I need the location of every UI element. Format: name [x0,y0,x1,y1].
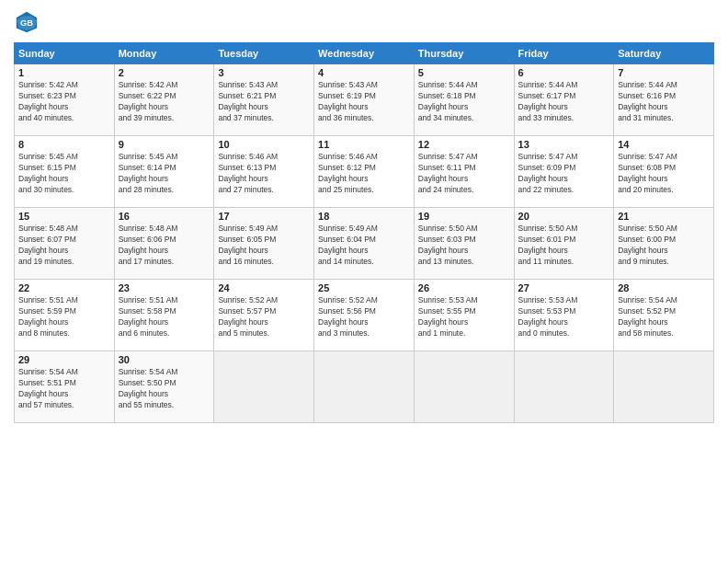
day-info: Sunrise: 5:54 AM Sunset: 5:52 PM Dayligh… [618,295,710,339]
day-info: Sunrise: 5:51 AM Sunset: 5:59 PM Dayligh… [18,295,110,339]
day-info: Sunrise: 5:43 AM Sunset: 6:19 PM Dayligh… [318,80,410,124]
day-number: 6 [518,67,610,78]
table-row [414,351,514,423]
col-header-saturday: Saturday [614,43,714,64]
day-info: Sunrise: 5:50 AM Sunset: 6:00 PM Dayligh… [618,224,710,268]
table-row: 8 Sunrise: 5:45 AM Sunset: 6:15 PM Dayli… [15,136,115,208]
col-header-thursday: Thursday [414,43,514,64]
day-number: 5 [418,67,510,78]
day-info: Sunrise: 5:48 AM Sunset: 6:07 PM Dayligh… [18,224,110,268]
day-number: 9 [119,139,210,150]
logo-icon: GB [14,9,40,35]
table-row: 13 Sunrise: 5:47 AM Sunset: 6:09 PM Dayl… [514,136,614,208]
day-number: 27 [518,282,610,293]
day-info: Sunrise: 5:45 AM Sunset: 6:15 PM Dayligh… [18,152,110,196]
table-row: 26 Sunrise: 5:53 AM Sunset: 5:55 PM Dayl… [414,280,514,351]
table-row: 18 Sunrise: 5:49 AM Sunset: 6:04 PM Dayl… [314,208,415,280]
day-info: Sunrise: 5:48 AM Sunset: 6:06 PM Dayligh… [119,224,210,268]
day-number: 17 [218,211,310,222]
day-info: Sunrise: 5:50 AM Sunset: 6:03 PM Dayligh… [418,224,510,268]
table-row: 12 Sunrise: 5:47 AM Sunset: 6:11 PM Dayl… [414,136,514,208]
day-number: 8 [18,139,110,150]
table-row: 14 Sunrise: 5:47 AM Sunset: 6:08 PM Dayl… [614,136,714,208]
day-number: 22 [18,282,110,293]
day-number: 14 [618,139,710,150]
day-number: 20 [518,211,610,222]
day-info: Sunrise: 5:46 AM Sunset: 6:12 PM Dayligh… [318,152,410,196]
day-info: Sunrise: 5:44 AM Sunset: 6:16 PM Dayligh… [618,80,710,124]
day-number: 21 [618,211,710,222]
table-row: 3 Sunrise: 5:43 AM Sunset: 6:21 PM Dayli… [214,64,314,136]
table-row: 28 Sunrise: 5:54 AM Sunset: 5:52 PM Dayl… [614,280,714,351]
day-info: Sunrise: 5:49 AM Sunset: 6:05 PM Dayligh… [218,224,310,268]
day-info: Sunrise: 5:50 AM Sunset: 6:01 PM Dayligh… [518,224,610,268]
day-number: 18 [318,211,410,222]
day-number: 28 [618,282,710,293]
day-number: 13 [518,139,610,150]
day-info: Sunrise: 5:45 AM Sunset: 6:14 PM Dayligh… [119,152,210,196]
col-header-sunday: Sunday [15,43,115,64]
table-row: 4 Sunrise: 5:43 AM Sunset: 6:19 PM Dayli… [314,64,415,136]
page: GB SundayMondayTuesdayWednesdayThursdayF… [0,0,728,563]
day-info: Sunrise: 5:44 AM Sunset: 6:18 PM Dayligh… [418,80,510,124]
day-number: 16 [119,211,210,222]
table-row: 22 Sunrise: 5:51 AM Sunset: 5:59 PM Dayl… [15,280,115,351]
table-row: 10 Sunrise: 5:46 AM Sunset: 6:13 PM Dayl… [214,136,314,208]
table-row [214,351,314,423]
day-number: 7 [618,67,710,78]
day-number: 4 [318,67,410,78]
day-info: Sunrise: 5:52 AM Sunset: 5:56 PM Dayligh… [318,295,410,339]
day-info: Sunrise: 5:47 AM Sunset: 6:09 PM Dayligh… [518,152,610,196]
day-number: 3 [218,67,310,78]
day-number: 29 [18,354,110,365]
day-info: Sunrise: 5:43 AM Sunset: 6:21 PM Dayligh… [218,80,310,124]
day-info: Sunrise: 5:51 AM Sunset: 5:58 PM Dayligh… [119,295,210,339]
table-row [514,351,614,423]
svg-text:GB: GB [20,18,33,28]
day-number: 10 [218,139,310,150]
day-number: 2 [119,67,210,78]
header: GB [14,9,714,35]
day-number: 11 [318,139,410,150]
day-number: 12 [418,139,510,150]
col-header-monday: Monday [114,43,214,64]
table-row: 17 Sunrise: 5:49 AM Sunset: 6:05 PM Dayl… [214,208,314,280]
table-row: 15 Sunrise: 5:48 AM Sunset: 6:07 PM Dayl… [15,208,115,280]
table-row: 27 Sunrise: 5:53 AM Sunset: 5:53 PM Dayl… [514,280,614,351]
table-row: 30 Sunrise: 5:54 AM Sunset: 5:50 PM Dayl… [114,351,214,423]
table-row: 11 Sunrise: 5:46 AM Sunset: 6:12 PM Dayl… [314,136,415,208]
table-row: 16 Sunrise: 5:48 AM Sunset: 6:06 PM Dayl… [114,208,214,280]
table-row: 5 Sunrise: 5:44 AM Sunset: 6:18 PM Dayli… [414,64,514,136]
day-info: Sunrise: 5:53 AM Sunset: 5:55 PM Dayligh… [418,295,510,339]
col-header-wednesday: Wednesday [314,43,415,64]
day-info: Sunrise: 5:42 AM Sunset: 6:23 PM Dayligh… [18,80,110,124]
table-row: 21 Sunrise: 5:50 AM Sunset: 6:00 PM Dayl… [614,208,714,280]
table-row: 20 Sunrise: 5:50 AM Sunset: 6:01 PM Dayl… [514,208,614,280]
table-row: 23 Sunrise: 5:51 AM Sunset: 5:58 PM Dayl… [114,280,214,351]
calendar-table: SundayMondayTuesdayWednesdayThursdayFrid… [14,42,714,423]
day-number: 25 [318,282,410,293]
day-info: Sunrise: 5:42 AM Sunset: 6:22 PM Dayligh… [119,80,210,124]
table-row: 19 Sunrise: 5:50 AM Sunset: 6:03 PM Dayl… [414,208,514,280]
day-number: 1 [18,67,110,78]
table-row [614,351,714,423]
table-row [314,351,415,423]
table-row: 2 Sunrise: 5:42 AM Sunset: 6:22 PM Dayli… [114,64,214,136]
day-number: 24 [218,282,310,293]
table-row: 1 Sunrise: 5:42 AM Sunset: 6:23 PM Dayli… [15,64,115,136]
day-info: Sunrise: 5:54 AM Sunset: 5:51 PM Dayligh… [18,367,110,411]
col-header-tuesday: Tuesday [214,43,314,64]
day-number: 26 [418,282,510,293]
day-number: 15 [18,211,110,222]
day-info: Sunrise: 5:53 AM Sunset: 5:53 PM Dayligh… [518,295,610,339]
day-info: Sunrise: 5:47 AM Sunset: 6:08 PM Dayligh… [618,152,710,196]
col-header-friday: Friday [514,43,614,64]
table-row: 9 Sunrise: 5:45 AM Sunset: 6:14 PM Dayli… [114,136,214,208]
day-info: Sunrise: 5:54 AM Sunset: 5:50 PM Dayligh… [119,367,210,411]
table-row: 25 Sunrise: 5:52 AM Sunset: 5:56 PM Dayl… [314,280,415,351]
table-row: 29 Sunrise: 5:54 AM Sunset: 5:51 PM Dayl… [15,351,115,423]
day-info: Sunrise: 5:46 AM Sunset: 6:13 PM Dayligh… [218,152,310,196]
day-info: Sunrise: 5:49 AM Sunset: 6:04 PM Dayligh… [318,224,410,268]
day-info: Sunrise: 5:44 AM Sunset: 6:17 PM Dayligh… [518,80,610,124]
table-row: 7 Sunrise: 5:44 AM Sunset: 6:16 PM Dayli… [614,64,714,136]
